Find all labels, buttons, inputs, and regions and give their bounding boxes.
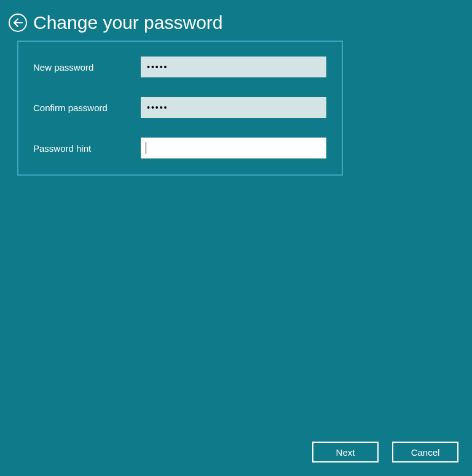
cancel-button[interactable]: Cancel [392,442,458,462]
page-title: Change your password [33,14,223,32]
arrow-left-icon [13,18,23,28]
action-button-bar: Next Cancel [312,442,458,462]
new-password-label: New password [33,62,141,72]
password-hint-input[interactable] [141,138,326,158]
confirm-password-input[interactable]: ••••• [141,97,326,118]
next-button[interactable]: Next [312,442,379,462]
password-hint-label: Password hint [33,143,141,154]
password-form-panel: New password ••••• Confirm password ••••… [17,41,343,176]
back-button[interactable] [9,14,27,32]
confirm-password-label: Confirm password [33,103,141,113]
text-cursor [146,142,146,154]
new-password-input[interactable]: ••••• [141,57,326,77]
